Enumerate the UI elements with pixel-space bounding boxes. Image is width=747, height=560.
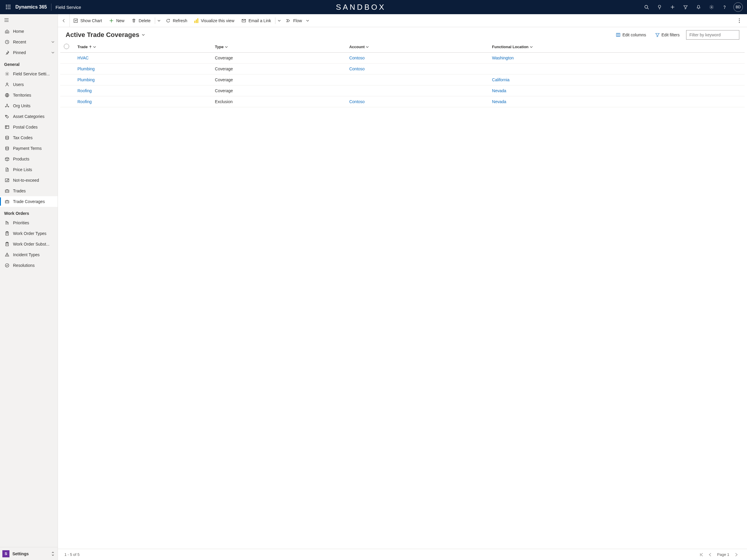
add-button[interactable] [667,0,678,14]
flow-button[interactable]: Flow [282,14,313,27]
keyword-filter-input[interactable] [686,30,739,40]
row-select-cell[interactable] [60,85,74,96]
sidebar-item-trade-coverages[interactable]: Trade Coverages [0,196,58,207]
column-header-trade[interactable]: Trade [74,41,211,53]
trade-link[interactable]: HVAC [77,55,88,60]
doc-icon [4,167,10,172]
row-select-cell[interactable] [60,53,74,63]
prev-page-icon [708,553,713,557]
table-row[interactable]: PlumbingCoverageCalifornia [60,74,745,85]
column-header-trade-label: Trade [77,45,88,49]
sidebar-item-recent[interactable]: Recent [0,36,58,47]
sidebar-item-field-service-setti[interactable]: Field Service Setti... [0,69,58,79]
trade-link[interactable]: Roofing [77,88,92,93]
sidebar-item-asset-categories[interactable]: Asset Categories [0,111,58,122]
trade-link[interactable]: Roofing [77,99,92,104]
sidebar-item-price-lists[interactable]: Price Lists [0,164,58,175]
row-select-cell[interactable] [60,96,74,107]
sidebar-item-work-order-types[interactable]: Work Order Types [0,228,58,239]
trash-icon [131,18,136,23]
new-button[interactable]: New [105,14,128,27]
sidebar-item-payment-terms[interactable]: Payment Terms [0,143,58,154]
sidebar-item-incident-types[interactable]: Incident Types [0,249,58,260]
first-page-icon [699,553,703,557]
app-name[interactable]: Field Service [55,5,81,10]
account-link[interactable]: Contoso [349,99,365,104]
delete-split-chevron[interactable] [156,19,162,22]
sidebar-toggle-button[interactable] [0,14,58,26]
location-link[interactable]: Nevada [492,99,506,104]
user-avatar[interactable]: BD [733,2,743,12]
table-row[interactable]: HVACCoverageContosoWashington [60,53,745,63]
search-button[interactable] [641,0,652,14]
app-launcher-button[interactable] [2,5,14,9]
command-overflow-button[interactable] [734,18,745,23]
chevron-down-icon [306,19,309,22]
sidebar-item-trades[interactable]: Trades [0,185,58,196]
back-button[interactable] [58,14,70,27]
sidebar-item-label: Price Lists [13,167,55,172]
column-header-type[interactable]: Type [211,41,346,53]
data-grid: Trade Type Account Functional Location H… [60,41,745,107]
cell-trade: HVAC [74,53,211,63]
visualize-button[interactable]: Visualize this view [191,14,238,27]
trade-link[interactable]: Plumbing [77,67,95,71]
clip-icon [4,242,10,247]
view-selector[interactable]: Active Trade Coverages [66,31,145,39]
column-header-account-label: Account [349,45,365,49]
location-link[interactable]: Nevada [492,88,506,93]
cell-type: Coverage [211,85,346,96]
sidebar-item-home[interactable]: Home [0,26,58,36]
trade-link[interactable]: Plumbing [77,77,95,82]
svg-point-9 [645,5,648,8]
product-name[interactable]: Dynamics 365 [16,4,47,10]
sidebar-item-tax-codes[interactable]: Tax Codes [0,132,58,143]
notifications-button[interactable] [693,0,704,14]
row-select-cell[interactable] [60,74,74,85]
cell-type: Exclusion [211,96,346,107]
email-split-chevron[interactable] [276,19,282,22]
row-select-cell[interactable] [60,63,74,74]
table-row[interactable]: RoofingCoverageNevada [60,85,745,96]
assistant-button[interactable] [654,0,665,14]
column-header-account[interactable]: Account [346,41,488,53]
edit-columns-button[interactable]: Edit columns [613,31,648,39]
location-link[interactable]: California [492,77,509,82]
edit-filters-button[interactable]: Edit filters [653,31,682,39]
delete-button[interactable]: Delete [128,14,154,27]
email-link-button[interactable]: Email a Link [238,14,275,27]
table-row[interactable]: PlumbingCoverageContoso [60,63,745,74]
column-header-location[interactable]: Functional Location [488,41,745,53]
svg-rect-6 [6,8,7,9]
prev-page-button[interactable] [706,553,715,557]
sidebar-item-users[interactable]: Users [0,79,58,90]
next-page-button[interactable] [731,553,741,557]
settings-button[interactable] [706,0,717,14]
location-link[interactable]: Washington [492,55,514,60]
help-button[interactable] [719,0,730,14]
svg-point-24 [7,104,8,105]
area-switcher[interactable]: S Settings [0,547,58,560]
sidebar-item-resolutions[interactable]: Resolutions [0,260,58,271]
sidebar-item-label: Products [13,157,55,161]
separator [275,18,276,24]
postal-icon [4,125,10,129]
select-all-header[interactable] [60,41,74,53]
sidebar-item-pinned[interactable]: Pinned [0,47,58,58]
sidebar-item-postal-codes[interactable]: Postal Codes [0,122,58,132]
area-label: Settings [12,552,51,556]
table-row[interactable]: RoofingExclusionContosoNevada [60,96,745,107]
sidebar-item-not-to-exceed[interactable]: Not-to-exceed [0,175,58,185]
first-page-button[interactable] [697,553,706,557]
account-link[interactable]: Contoso [349,67,365,71]
advanced-filter-button[interactable] [679,0,692,14]
sidebar-item-label: Resolutions [13,263,55,268]
sidebar-item-territories[interactable]: Territories [0,90,58,100]
sidebar-item-priorities[interactable]: Priorities [0,218,58,228]
sidebar-item-org-units[interactable]: Org Units [0,100,58,111]
refresh-button[interactable]: Refresh [162,14,191,27]
sidebar-item-products[interactable]: Products [0,154,58,164]
show-chart-button[interactable]: Show Chart [70,14,105,27]
sidebar-item-work-order-subst[interactable]: Work Order Subst... [0,239,58,249]
account-link[interactable]: Contoso [349,55,365,60]
